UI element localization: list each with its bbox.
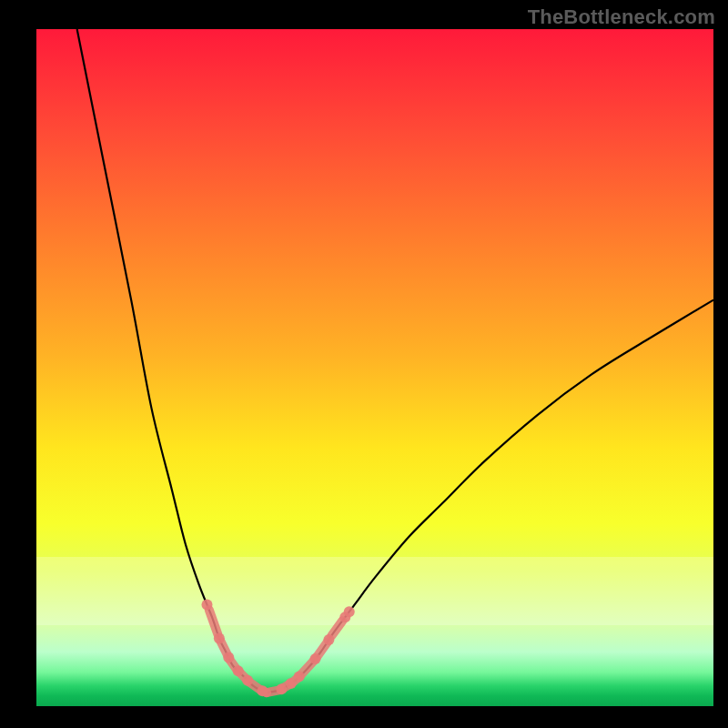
- highlight-dot: [223, 652, 234, 662]
- highlight-dot: [344, 606, 355, 617]
- data-point-highlights: [201, 599, 354, 696]
- highlight-dot: [201, 599, 212, 610]
- highlight-segment: [331, 621, 342, 635]
- chart-frame: TheBottleneck.com: [0, 0, 728, 728]
- highlight-dot: [233, 665, 244, 676]
- highlight-dot: [294, 672, 305, 682]
- highlight-dot: [323, 634, 334, 645]
- highlight-dot: [310, 653, 321, 664]
- chart-svg: [36, 29, 713, 706]
- highlight-dot: [276, 683, 287, 694]
- watermark-text: TheBottleneck.com: [528, 5, 715, 29]
- plot-area: [36, 29, 713, 706]
- highlight-segment: [209, 610, 218, 634]
- highlight-dot: [258, 685, 268, 696]
- curve-left: [77, 29, 267, 693]
- highlight-dot: [242, 675, 253, 686]
- highlight-dot: [214, 633, 225, 644]
